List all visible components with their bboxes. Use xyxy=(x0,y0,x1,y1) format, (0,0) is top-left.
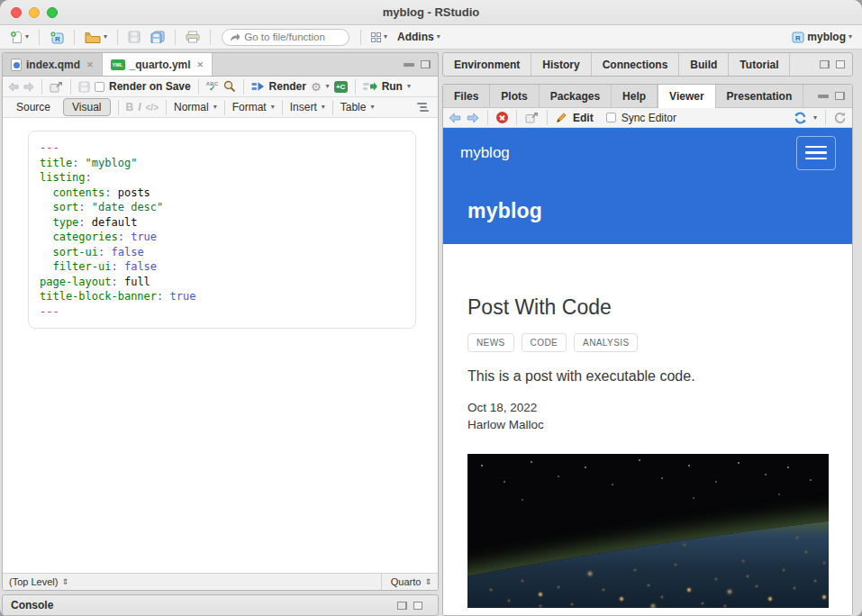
maximize-pane-icon[interactable] xyxy=(413,602,422,610)
visual-mode-button[interactable]: Visual xyxy=(63,98,110,116)
site-brand-link[interactable]: myblog xyxy=(460,144,510,162)
hamburger-menu-button[interactable] xyxy=(796,136,836,170)
insert-caret[interactable]: ▾ xyxy=(322,104,325,111)
pane-tab[interactable]: Packages xyxy=(540,85,612,107)
filetype-indicator[interactable]: Quarto ⇕ xyxy=(381,574,431,590)
render-on-save-checkbox[interactable] xyxy=(95,82,104,92)
pane-tab[interactable]: Presentation xyxy=(716,85,804,107)
forward-icon[interactable] xyxy=(467,113,479,123)
render-icon[interactable] xyxy=(251,81,265,92)
open-file-button[interactable]: ▾ xyxy=(82,30,110,45)
table-menu[interactable]: Table xyxy=(340,101,367,113)
open-file-caret[interactable]: ▾ xyxy=(104,33,107,41)
save-button[interactable] xyxy=(125,29,143,45)
pane-tab[interactable]: Viewer xyxy=(658,85,715,108)
panes-layout-button[interactable]: ▾ xyxy=(368,31,390,44)
pane-tab[interactable]: History xyxy=(531,53,591,76)
run-label[interactable]: Run xyxy=(382,80,403,93)
code-button[interactable]: </> xyxy=(146,103,159,113)
toolbar-divider xyxy=(166,100,167,115)
search-icon[interactable] xyxy=(223,80,236,93)
run-caret[interactable]: ▾ xyxy=(407,83,411,90)
category-badge[interactable]: CODE xyxy=(522,333,567,352)
close-tab-icon[interactable]: ✕ xyxy=(86,60,94,69)
publish-caret[interactable]: ▾ xyxy=(813,114,817,122)
sync-editor-checkbox[interactable] xyxy=(606,113,616,122)
console-pane-header[interactable]: Console xyxy=(2,594,439,616)
project-menu-button[interactable]: R myblog ▾ xyxy=(789,29,855,45)
pane-tab[interactable]: Tutorial xyxy=(729,53,790,76)
close-tab-icon[interactable]: ✕ xyxy=(197,60,204,69)
addins-button[interactable]: Addins ▾ xyxy=(395,29,443,45)
post-hero-image[interactable] xyxy=(467,454,829,608)
category-badge[interactable]: NEWS xyxy=(467,333,514,352)
open-in-new-window-icon[interactable] xyxy=(525,112,539,123)
minimize-pane-icon[interactable] xyxy=(818,95,829,98)
scope-sort-icon[interactable]: ⇕ xyxy=(61,577,68,586)
format-menu[interactable]: Format xyxy=(232,101,267,113)
render-on-save-label[interactable]: Render on Save xyxy=(109,80,191,93)
outline-toggle-icon[interactable] xyxy=(417,103,432,112)
panes-caret[interactable]: ▾ xyxy=(384,33,387,41)
project-cube-icon: R xyxy=(792,32,804,43)
save-icon[interactable] xyxy=(78,81,90,93)
insert-menu[interactable]: Insert xyxy=(290,101,317,113)
restore-pane-icon[interactable] xyxy=(397,602,407,610)
open-in-new-window-icon[interactable] xyxy=(50,81,63,93)
yaml-code-block[interactable]: ---title: "myblog"listing: contents: pos… xyxy=(28,131,416,329)
main-toolbar: ▾ R ▾ ▾ Addins xyxy=(0,25,862,50)
edit-button[interactable]: Edit xyxy=(573,112,594,124)
restore-pane-icon[interactable] xyxy=(421,60,431,68)
post-description: This is a post with executable code. xyxy=(467,368,829,385)
restore-pane-icon[interactable] xyxy=(820,60,830,68)
post-title-link[interactable]: Post With Code xyxy=(467,295,829,320)
bold-button[interactable]: B xyxy=(126,101,134,113)
goto-file-input[interactable] xyxy=(244,32,341,42)
format-caret[interactable]: ▾ xyxy=(271,104,275,111)
source-mode-button[interactable]: Source xyxy=(8,99,59,115)
print-button[interactable] xyxy=(183,29,203,45)
category-badge[interactable]: ANALYSIS xyxy=(574,333,638,352)
new-file-button[interactable]: ▾ xyxy=(7,29,32,46)
restore-pane-icon[interactable] xyxy=(835,92,845,100)
minimize-pane-icon[interactable] xyxy=(404,63,414,67)
gear-icon[interactable]: ⚙ xyxy=(311,81,322,93)
new-file-caret[interactable]: ▾ xyxy=(25,33,29,41)
sync-editor-label[interactable]: Sync Editor xyxy=(622,112,676,124)
render-label[interactable]: Render xyxy=(269,80,306,93)
run-icon[interactable] xyxy=(363,81,377,92)
pane-tab[interactable]: Connections xyxy=(592,53,680,76)
quarto-doc-icon xyxy=(11,59,22,71)
pane-tab[interactable]: Build xyxy=(679,53,729,76)
pane-tab[interactable]: Files xyxy=(443,85,490,107)
new-project-button[interactable]: R xyxy=(47,29,67,46)
back-icon[interactable] xyxy=(449,113,461,123)
normal-caret[interactable]: ▾ xyxy=(213,104,217,111)
table-caret[interactable]: ▾ xyxy=(370,104,374,111)
yaml-file-icon: YML xyxy=(111,59,125,70)
scope-indicator[interactable]: (Top Level) xyxy=(9,576,58,587)
back-icon[interactable] xyxy=(8,82,19,92)
edit-pencil-icon[interactable] xyxy=(556,112,567,123)
refresh-icon[interactable] xyxy=(834,112,847,124)
publish-icon[interactable] xyxy=(793,112,808,124)
spellcheck-icon[interactable]: ABC ✓ xyxy=(206,81,219,93)
goto-file-search[interactable] xyxy=(222,29,349,46)
tab-quarto-yml[interactable]: YML _quarto.yml ✕ xyxy=(103,53,213,76)
toolbar-divider xyxy=(41,79,42,95)
tab-label: _quarto.yml xyxy=(130,59,191,71)
pane-tab[interactable]: Environment xyxy=(443,53,531,76)
paragraph-style-select[interactable]: Normal xyxy=(174,101,209,113)
render-options-caret[interactable]: ▾ xyxy=(326,83,330,90)
italic-button[interactable]: I xyxy=(138,101,141,113)
save-all-button[interactable] xyxy=(148,29,168,45)
maximize-pane-icon[interactable] xyxy=(836,60,845,68)
pane-tab[interactable]: Help xyxy=(612,85,658,107)
stop-icon[interactable] xyxy=(496,112,508,123)
viewer-window-buttons xyxy=(818,85,852,107)
pane-tab[interactable]: Plots xyxy=(490,85,539,107)
tab-index-qmd[interactable]: index.qmd ✕ xyxy=(3,53,103,76)
visual-editor-content[interactable]: ---title: "myblog"listing: contents: pos… xyxy=(3,118,438,573)
forward-icon[interactable] xyxy=(23,82,34,92)
insert-chunk-icon[interactable]: +C xyxy=(334,81,348,93)
